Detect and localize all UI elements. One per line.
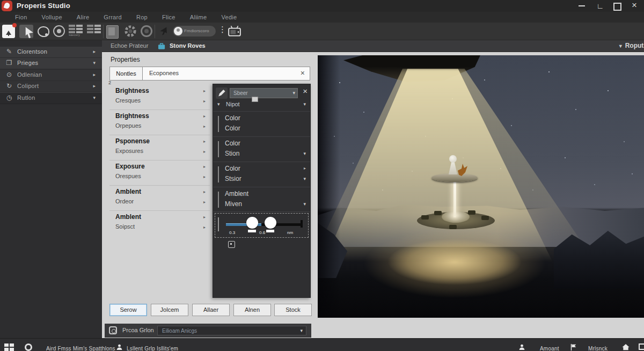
- property-row-brightness-2[interactable]: Brightness Orpepues ▸▸: [109, 110, 210, 135]
- property-row-exposure[interactable]: Exposure Orespues ▸▸: [109, 160, 210, 186]
- pen-icon: ✎: [5, 48, 13, 55]
- grid-2-icon: [87, 25, 101, 33]
- tv-view-button[interactable]: [228, 25, 241, 38]
- select-tool-button[interactable]: [19, 25, 33, 38]
- sidebar-item-prieges[interactable]: ❐ Prieges ▾: [0, 58, 102, 69]
- slider-handle-high[interactable]: [265, 217, 276, 229]
- value-dropdown[interactable]: Sbeer ▾: [230, 88, 298, 98]
- status-text-right-2[interactable]: Mrlsnck: [588, 346, 608, 351]
- slider-end-tick: [301, 220, 303, 228]
- notification-badge: [12, 23, 17, 27]
- home-icon[interactable]: [621, 343, 630, 351]
- account-icon[interactable]: [518, 343, 525, 351]
- briefcase-icon: [158, 42, 166, 50]
- maximize-button[interactable]: [613, 3, 621, 11]
- rotate-icon: ↻: [5, 82, 13, 90]
- menu-item-rop[interactable]: Rop: [136, 14, 148, 20]
- pen-icon: [216, 87, 228, 99]
- edit-pen-button[interactable]: [216, 87, 228, 99]
- menu-item-file[interactable]: Fion: [15, 14, 27, 20]
- button-jolcem[interactable]: Jolcem: [151, 304, 188, 316]
- app-tool-button[interactable]: [2, 25, 15, 38]
- chevron-right-icon: ▸: [203, 225, 206, 230]
- property-row-amblent-1[interactable]: Amblent Ordeor ▸▸: [109, 186, 210, 211]
- ring-icon[interactable]: [25, 343, 32, 351]
- layout-grid-2-button[interactable]: [87, 25, 101, 33]
- more-options-kebab[interactable]: ⋮: [218, 25, 226, 34]
- outputs-toggle[interactable]: ▾Roputs: [619, 42, 644, 49]
- breadcrumb-parent[interactable]: Echoe Prateur: [111, 42, 148, 49]
- menu-item-flice[interactable]: Flice: [162, 14, 175, 20]
- left-sidebar: ✎ Ciorentson ▸ ❐ Prieges ▾ ⊙ Odlenian ▸ …: [0, 40, 102, 338]
- file-button[interactable]: [106, 25, 119, 39]
- footer-label: Prcoa Grlon: [122, 327, 154, 333]
- settings-button[interactable]: [123, 24, 137, 38]
- chevron-right-icon: ▸: [203, 149, 206, 154]
- button-stock[interactable]: Stock: [274, 304, 312, 316]
- section-color-stsior[interactable]: Color Stsior ▸ ▾: [213, 162, 310, 187]
- panel-header[interactable]: ▾ Nipot ▾: [213, 100, 310, 110]
- sidebar-item-odlenian[interactable]: ⊙ Odlenian ▸: [0, 70, 102, 81]
- apps-grid-icon[interactable]: [4, 343, 14, 351]
- record-button[interactable]: [141, 25, 152, 37]
- pedestal-pole: [453, 178, 456, 217]
- menu-item-volume[interactable]: Vollupe: [42, 14, 62, 20]
- close-icon[interactable]: ×: [301, 69, 305, 77]
- close-panel-icon[interactable]: ×: [303, 86, 308, 96]
- grid-icon: [69, 25, 83, 33]
- slider-label-mid: 0.6: [259, 230, 265, 235]
- breadcrumb-bar: Echoe Prateur Stonv Roves ▾Roputs: [102, 40, 644, 52]
- clock-icon: ◷: [5, 94, 13, 101]
- tab-nontles[interactable]: Nontles: [109, 67, 143, 81]
- dark-cursor-button[interactable]: [158, 26, 169, 36]
- properties-field[interactable]: Ecoponees ×: [142, 67, 310, 81]
- status-text-right[interactable]: Amoant: [540, 346, 559, 351]
- chevron-down-icon: ▾: [303, 201, 306, 207]
- range-slider[interactable]: 0.3 0.6 nm: [215, 213, 309, 238]
- property-row-psponense[interactable]: Psponense Exposures ▸▸: [109, 135, 210, 160]
- chevron-right-icon: ▸: [93, 83, 96, 89]
- section-color-stion[interactable]: Color Stion ▾: [213, 136, 310, 162]
- tv-icon: [228, 25, 241, 38]
- layout-grid-button[interactable]: saecery: [69, 25, 83, 36]
- flag-icon[interactable]: [570, 343, 577, 351]
- sidebar-item-ciorentson[interactable]: ✎ Ciorentson ▸: [0, 47, 102, 58]
- lock-icon[interactable]: [228, 241, 235, 248]
- menu-item-vedie[interactable]: Vedie: [222, 14, 237, 20]
- button-allaer[interactable]: Allaer: [192, 304, 230, 316]
- menu-item-grrard[interactable]: Grrard: [104, 14, 122, 20]
- slider-label-low: 0.3: [229, 230, 235, 235]
- footer-dropdown[interactable]: Eilioam Anicgs ▾: [157, 326, 306, 335]
- sidebar-item-rutlon[interactable]: ◷ Rutlon ▾: [0, 92, 102, 104]
- chevron-right-icon: ▸: [203, 139, 206, 144]
- field-value: Ecoponees: [149, 70, 179, 76]
- 3d-viewport[interactable]: [318, 55, 644, 318]
- user-pill[interactable]: Fmdiorscoro: [173, 26, 216, 36]
- chevron-right-icon: ▸: [203, 189, 206, 194]
- sidebar-item-coliport[interactable]: ↻ Coliport ▸: [0, 81, 102, 92]
- target-tool-button[interactable]: [53, 25, 65, 37]
- section-color-color[interactable]: Color Color: [213, 111, 310, 136]
- chevron-down-icon: ▾: [292, 90, 295, 96]
- box-icon[interactable]: [639, 343, 644, 350]
- section-amblent-miven[interactable]: Amblent Miven ▾: [213, 187, 310, 212]
- slider-handle-low[interactable]: [246, 217, 258, 229]
- chevron-down-icon: ▾: [303, 151, 306, 156]
- breadcrumb-current[interactable]: Stonv Roves: [170, 42, 206, 49]
- chevron-down-icon: ▾: [217, 101, 220, 107]
- property-row-brightness-1[interactable]: Brightness Cresques ▸▸: [109, 85, 210, 110]
- figure-head: [449, 155, 457, 163]
- chevron-down-icon: ▾: [300, 328, 303, 333]
- menu-item-alire[interactable]: Alire: [77, 14, 90, 20]
- property-row-amblent-2[interactable]: Amblent Soipsct ▸▸: [109, 211, 210, 236]
- chevron-right-icon: ▸: [203, 215, 206, 220]
- button-alnen[interactable]: Alnen: [233, 304, 271, 316]
- restore-button[interactable]: ∟: [596, 2, 604, 10]
- slider-label-unit: nm: [287, 230, 293, 235]
- button-serow[interactable]: Serow: [109, 304, 147, 316]
- minimize-button[interactable]: [579, 5, 585, 6]
- close-button[interactable]: ×: [630, 1, 639, 10]
- menu-item-aliime[interactable]: Aliime: [190, 14, 207, 20]
- app-window: Properis Studio ∟ × Fion Vollupe Alire G…: [0, 0, 644, 351]
- lasso-tool-button[interactable]: [36, 25, 49, 38]
